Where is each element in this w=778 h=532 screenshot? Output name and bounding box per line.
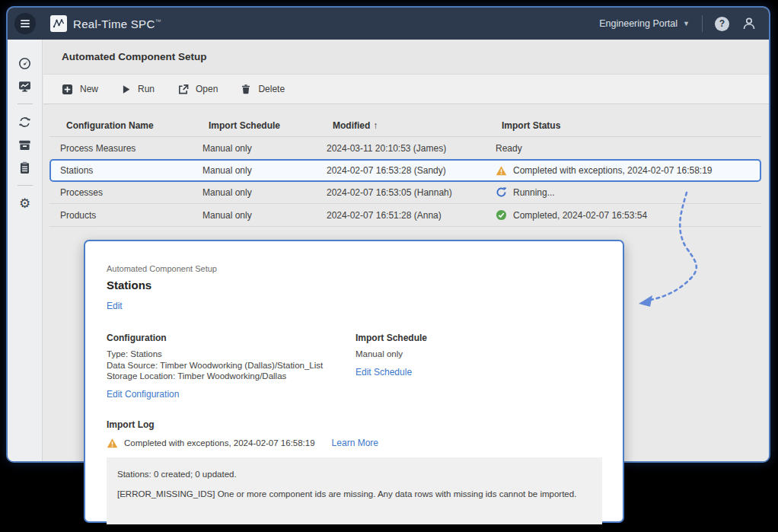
help-icon[interactable]: ?: [715, 17, 729, 31]
import-log-section: Import Log Completed with exceptions, 20…: [107, 419, 600, 524]
status-text: Running...: [513, 187, 555, 198]
configuration-storage-location: Storage Location: Timber Woodworking/Dal…: [107, 371, 356, 382]
configuration-type: Type: Stations: [107, 349, 356, 360]
trash-icon: [241, 84, 251, 94]
edit-configuration-link[interactable]: Edit Configuration: [107, 389, 179, 400]
table-row-selected[interactable]: Stations Manual only 2024-02-07 16:53:28…: [49, 159, 761, 182]
warning-icon: [107, 438, 118, 449]
app-logo-icon: [50, 15, 67, 32]
column-header-modified[interactable]: Modified↑: [333, 120, 502, 131]
refresh-icon: [496, 186, 507, 198]
edit-link[interactable]: Edit: [107, 301, 123, 311]
edit-schedule-link[interactable]: Edit Schedule: [356, 367, 412, 377]
configuration-section: Configuration Type: Stations Data Source…: [107, 333, 356, 400]
check-circle-icon: [496, 209, 507, 221]
sidebar-separator: [18, 185, 33, 186]
status-text: Ready: [496, 143, 522, 154]
app-title: Real-Time SPC™: [73, 18, 161, 30]
sidebar: ⚙: [8, 40, 43, 461]
import-schedule-value: Manual only: [356, 349, 427, 360]
log-message-line: Stations: 0 created; 0 updated.: [117, 470, 591, 479]
configuration-data-source: Data Source: Timber Woodworking (Dallas)…: [107, 360, 356, 371]
warning-icon: [496, 165, 507, 177]
toolbar: New Run Open: [43, 75, 769, 104]
column-header-configuration-name[interactable]: Configuration Name: [66, 120, 209, 131]
run-button[interactable]: Run: [121, 84, 155, 94]
import-schedule-heading: Import Schedule: [356, 333, 427, 343]
chevron-down-icon: ▼: [683, 20, 690, 27]
sidebar-separator: [18, 104, 33, 104]
play-icon: [121, 84, 131, 94]
import-schedule-section: Import Schedule Manual only Edit Schedul…: [356, 333, 427, 400]
topbar: Real-Time SPC™ Engineering Portal ▼ ?: [8, 8, 769, 40]
delete-button[interactable]: Delete: [241, 84, 285, 94]
settings-gear-icon[interactable]: ⚙: [19, 192, 30, 215]
dashboard-gauge-icon[interactable]: [18, 52, 31, 75]
page-header: Automated Component Setup: [43, 40, 769, 75]
portal-label: Engineering Portal: [599, 18, 678, 29]
trademark: ™: [155, 18, 161, 25]
open-in-new-icon: [177, 84, 189, 95]
log-error-line: [ERROR_MISSING_IDS] One or more componen…: [117, 489, 591, 499]
panel-title: Stations: [107, 279, 600, 291]
open-button[interactable]: Open: [177, 84, 218, 95]
breadcrumb: Automated Component Setup: [107, 264, 600, 273]
archive-box-icon[interactable]: [18, 133, 31, 156]
hamburger-menu-button[interactable]: [14, 13, 36, 34]
page-title: Automated Component Setup: [62, 51, 207, 62]
import-log-message-box: Stations: 0 created; 0 updated. [ERROR_M…: [107, 457, 602, 524]
configuration-heading: Configuration: [107, 333, 356, 343]
monitor-chart-icon[interactable]: [18, 75, 31, 97]
user-account-icon[interactable]: [741, 16, 757, 31]
topbar-divider: [702, 15, 703, 32]
callout-arrow: [620, 185, 719, 313]
import-log-heading: Import Log: [107, 419, 600, 430]
sync-icon[interactable]: [18, 110, 31, 133]
clipboard-icon[interactable]: [18, 156, 31, 179]
column-header-import-schedule[interactable]: Import Schedule: [209, 120, 333, 131]
column-header-import-status[interactable]: Import Status: [502, 120, 761, 131]
learn-more-link[interactable]: Learn More: [332, 438, 378, 448]
table-header-row: Configuration Name Import Schedule Modif…: [49, 114, 761, 137]
table-row[interactable]: Process Measures Manual only 2024-03-11 …: [49, 137, 761, 160]
new-button[interactable]: New: [62, 84, 98, 95]
plus-icon: [62, 84, 73, 95]
sort-ascending-icon: ↑: [373, 120, 378, 131]
import-log-status: Completed with exceptions, 2024-02-07 16…: [124, 438, 315, 448]
portal-selector[interactable]: Engineering Portal ▼: [599, 18, 690, 29]
status-text: Completed with exceptions, 2024-02-07 16…: [513, 165, 713, 176]
detail-panel: Automated Component Setup Stations Edit …: [84, 240, 624, 523]
